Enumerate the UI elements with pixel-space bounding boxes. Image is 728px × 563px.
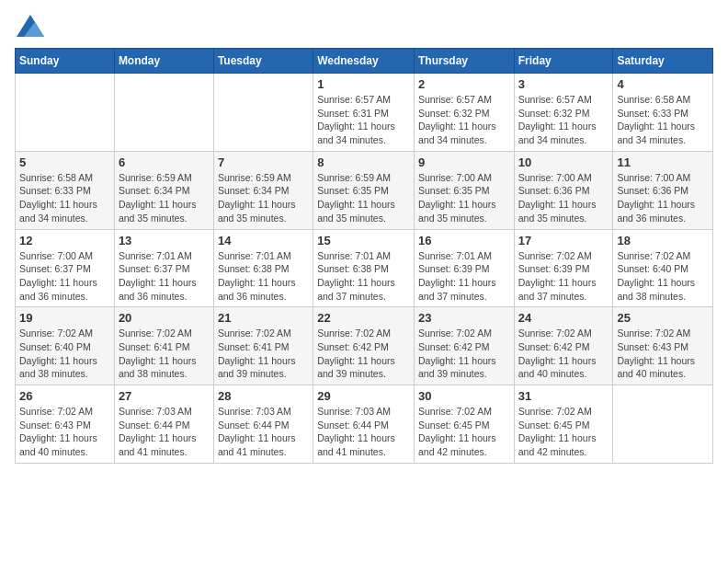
day-number: 31: [518, 389, 609, 403]
weekday-header: Monday: [114, 49, 213, 74]
day-info: Sunrise: 7:02 AMSunset: 6:40 PMDaylight:…: [19, 327, 110, 381]
calendar-cell: 11Sunrise: 7:00 AMSunset: 6:36 PMDayligh…: [613, 151, 713, 229]
day-number: 10: [518, 155, 609, 169]
day-info: Sunrise: 7:00 AMSunset: 6:36 PMDaylight:…: [617, 171, 709, 225]
page-header: [15, 15, 713, 37]
calendar-cell: 27Sunrise: 7:03 AMSunset: 6:44 PMDayligh…: [114, 385, 213, 464]
calendar-cell: 22Sunrise: 7:02 AMSunset: 6:42 PMDayligh…: [313, 307, 415, 385]
calendar-cell: 23Sunrise: 7:02 AMSunset: 6:42 PMDayligh…: [414, 307, 514, 385]
day-number: 7: [218, 155, 309, 169]
day-info: Sunrise: 7:00 AMSunset: 6:37 PMDaylight:…: [19, 249, 110, 304]
day-number: 4: [617, 77, 709, 91]
day-number: 16: [418, 234, 510, 247]
day-number: 24: [518, 311, 609, 325]
calendar-cell: [16, 74, 115, 152]
day-number: 30: [418, 389, 510, 403]
calendar-header-row: SundayMondayTuesdayWednesdayThursdayFrid…: [16, 49, 713, 74]
calendar-cell: 9Sunrise: 7:00 AMSunset: 6:35 PMDaylight…: [414, 151, 514, 229]
day-info: Sunrise: 7:02 AMSunset: 6:40 PMDaylight:…: [617, 249, 709, 304]
calendar-week-row: 1Sunrise: 6:57 AMSunset: 6:31 PMDaylight…: [16, 74, 713, 152]
calendar-table: SundayMondayTuesdayWednesdayThursdayFrid…: [15, 48, 713, 464]
day-info: Sunrise: 6:57 AMSunset: 6:31 PMDaylight:…: [317, 93, 410, 147]
calendar-cell: 20Sunrise: 7:02 AMSunset: 6:41 PMDayligh…: [114, 307, 213, 385]
calendar-cell: 6Sunrise: 6:59 AMSunset: 6:34 PMDaylight…: [114, 151, 213, 229]
weekday-header: Thursday: [414, 49, 514, 74]
day-info: Sunrise: 7:00 AMSunset: 6:36 PMDaylight:…: [518, 171, 609, 225]
day-info: Sunrise: 7:00 AMSunset: 6:35 PMDaylight:…: [418, 171, 510, 225]
day-number: 12: [19, 234, 110, 247]
day-number: 18: [617, 234, 709, 247]
day-number: 9: [418, 155, 510, 169]
day-info: Sunrise: 7:02 AMSunset: 6:41 PMDaylight:…: [218, 327, 309, 381]
day-number: 26: [19, 389, 110, 403]
day-info: Sunrise: 7:01 AMSunset: 6:38 PMDaylight:…: [317, 249, 410, 304]
calendar-cell: 15Sunrise: 7:01 AMSunset: 6:38 PMDayligh…: [313, 229, 415, 307]
day-info: Sunrise: 7:01 AMSunset: 6:37 PMDaylight:…: [119, 249, 210, 304]
calendar-cell: 25Sunrise: 7:02 AMSunset: 6:43 PMDayligh…: [613, 307, 713, 385]
day-number: 14: [218, 234, 309, 247]
weekday-header: Tuesday: [213, 49, 313, 74]
day-info: Sunrise: 6:59 AMSunset: 6:35 PMDaylight:…: [317, 171, 410, 225]
calendar-cell: 24Sunrise: 7:02 AMSunset: 6:42 PMDayligh…: [514, 307, 613, 385]
logo: [15, 15, 44, 37]
calendar-cell: 17Sunrise: 7:02 AMSunset: 6:39 PMDayligh…: [514, 229, 613, 307]
calendar-cell: 8Sunrise: 6:59 AMSunset: 6:35 PMDaylight…: [313, 151, 415, 229]
day-number: 17: [518, 234, 609, 247]
calendar-cell: 31Sunrise: 7:02 AMSunset: 6:45 PMDayligh…: [514, 385, 613, 464]
weekday-header: Sunday: [16, 49, 115, 74]
calendar-cell: 14Sunrise: 7:01 AMSunset: 6:38 PMDayligh…: [213, 229, 313, 307]
day-number: 3: [518, 77, 609, 91]
calendar-cell: 4Sunrise: 6:58 AMSunset: 6:33 PMDaylight…: [613, 74, 713, 152]
day-number: 22: [317, 311, 410, 325]
day-number: 5: [19, 155, 110, 169]
weekday-header: Friday: [514, 49, 613, 74]
logo-icon: [17, 15, 44, 37]
day-number: 29: [317, 389, 410, 403]
weekday-header: Saturday: [613, 49, 713, 74]
calendar-cell: [114, 74, 213, 152]
calendar-cell: 19Sunrise: 7:02 AMSunset: 6:40 PMDayligh…: [16, 307, 115, 385]
calendar-cell: [213, 74, 313, 152]
day-number: 19: [19, 311, 110, 325]
day-info: Sunrise: 7:03 AMSunset: 6:44 PMDaylight:…: [119, 405, 210, 459]
calendar-cell: 29Sunrise: 7:03 AMSunset: 6:44 PMDayligh…: [313, 385, 415, 464]
day-info: Sunrise: 6:59 AMSunset: 6:34 PMDaylight:…: [119, 171, 210, 225]
calendar-cell: 30Sunrise: 7:02 AMSunset: 6:45 PMDayligh…: [414, 385, 514, 464]
day-number: 2: [418, 77, 510, 91]
calendar-week-row: 12Sunrise: 7:00 AMSunset: 6:37 PMDayligh…: [16, 229, 713, 307]
day-info: Sunrise: 6:57 AMSunset: 6:32 PMDaylight:…: [518, 93, 609, 147]
calendar-cell: 18Sunrise: 7:02 AMSunset: 6:40 PMDayligh…: [613, 229, 713, 307]
calendar-cell: 10Sunrise: 7:00 AMSunset: 6:36 PMDayligh…: [514, 151, 613, 229]
calendar-week-row: 5Sunrise: 6:58 AMSunset: 6:33 PMDaylight…: [16, 151, 713, 229]
day-number: 23: [418, 311, 510, 325]
day-number: 27: [119, 389, 210, 403]
day-number: 25: [617, 311, 709, 325]
day-info: Sunrise: 7:01 AMSunset: 6:39 PMDaylight:…: [418, 249, 510, 304]
day-info: Sunrise: 6:59 AMSunset: 6:34 PMDaylight:…: [218, 171, 309, 225]
calendar-cell: 1Sunrise: 6:57 AMSunset: 6:31 PMDaylight…: [313, 74, 415, 152]
day-info: Sunrise: 6:58 AMSunset: 6:33 PMDaylight:…: [19, 171, 110, 225]
calendar-cell: [613, 385, 713, 464]
day-number: 13: [119, 234, 210, 247]
day-info: Sunrise: 6:57 AMSunset: 6:32 PMDaylight:…: [418, 93, 510, 147]
calendar-cell: 7Sunrise: 6:59 AMSunset: 6:34 PMDaylight…: [213, 151, 313, 229]
calendar-cell: 12Sunrise: 7:00 AMSunset: 6:37 PMDayligh…: [16, 229, 115, 307]
day-info: Sunrise: 7:02 AMSunset: 6:43 PMDaylight:…: [617, 327, 709, 381]
day-number: 20: [119, 311, 210, 325]
calendar-week-row: 26Sunrise: 7:02 AMSunset: 6:43 PMDayligh…: [16, 385, 713, 464]
calendar-cell: 2Sunrise: 6:57 AMSunset: 6:32 PMDaylight…: [414, 74, 514, 152]
day-number: 6: [119, 155, 210, 169]
calendar-week-row: 19Sunrise: 7:02 AMSunset: 6:40 PMDayligh…: [16, 307, 713, 385]
calendar-cell: 28Sunrise: 7:03 AMSunset: 6:44 PMDayligh…: [213, 385, 313, 464]
calendar-cell: 21Sunrise: 7:02 AMSunset: 6:41 PMDayligh…: [213, 307, 313, 385]
day-info: Sunrise: 7:02 AMSunset: 6:42 PMDaylight:…: [317, 327, 410, 381]
day-info: Sunrise: 7:02 AMSunset: 6:39 PMDaylight:…: [518, 249, 609, 304]
day-info: Sunrise: 6:58 AMSunset: 6:33 PMDaylight:…: [617, 93, 709, 147]
calendar-cell: 13Sunrise: 7:01 AMSunset: 6:37 PMDayligh…: [114, 229, 213, 307]
day-info: Sunrise: 7:02 AMSunset: 6:45 PMDaylight:…: [418, 405, 510, 459]
day-info: Sunrise: 7:03 AMSunset: 6:44 PMDaylight:…: [218, 405, 309, 459]
day-number: 1: [317, 77, 410, 91]
day-info: Sunrise: 7:02 AMSunset: 6:42 PMDaylight:…: [518, 327, 609, 381]
day-info: Sunrise: 7:02 AMSunset: 6:41 PMDaylight:…: [119, 327, 210, 381]
day-info: Sunrise: 7:02 AMSunset: 6:45 PMDaylight:…: [518, 405, 609, 459]
